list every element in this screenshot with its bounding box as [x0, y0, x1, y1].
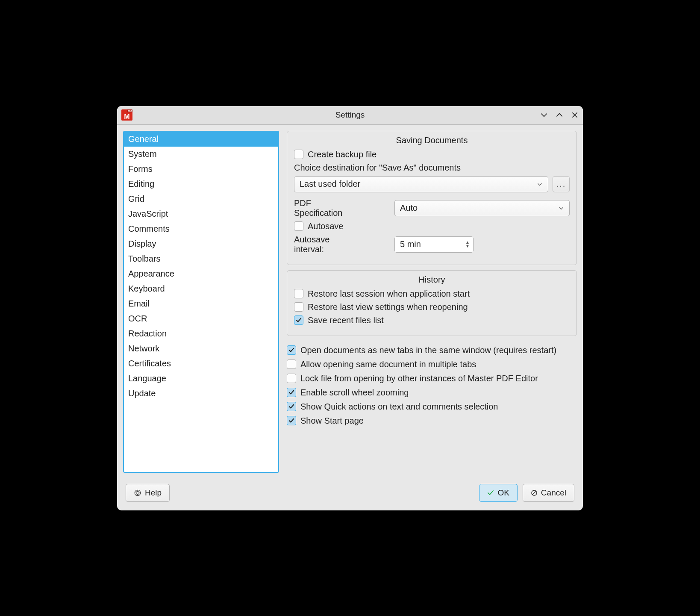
sidebar-item-certificates[interactable]: Certificates	[124, 356, 278, 371]
ok-button[interactable]: OK	[479, 484, 517, 502]
autosave-interval-value: 5 min	[400, 239, 421, 249]
dialog-footer: Help OK Cancel	[117, 479, 583, 510]
save-recent-row: Save recent files list	[294, 315, 570, 325]
save-recent-checkbox[interactable]	[294, 315, 303, 325]
autosave-interval-row: Autosave interval: 5 min ▲ ▼	[294, 235, 570, 254]
create-backup-label: Create backup file	[308, 150, 376, 159]
general-check-label: Show Quick actions on text and comments …	[300, 402, 498, 412]
autosave-label: Autosave	[308, 221, 343, 231]
sidebar-item-editing[interactable]: Editing	[124, 177, 278, 192]
sidebar-item-general[interactable]: General	[124, 132, 278, 147]
general-check-row: Open documents as new tabs in the same w…	[287, 345, 577, 355]
general-check-row: Show Quick actions on text and comments …	[287, 402, 577, 412]
history-group: History Restore last session when applic…	[287, 270, 577, 336]
sidebar-item-javascript[interactable]: JavaScript	[124, 206, 278, 221]
cancel-icon	[531, 489, 538, 496]
sidebar-item-redaction[interactable]: Redaction	[124, 326, 278, 341]
sidebar-item-comments[interactable]: Comments	[124, 221, 278, 236]
create-backup-checkbox[interactable]	[294, 150, 303, 159]
window-title: Settings	[117, 110, 583, 120]
chevron-up-icon	[556, 111, 563, 119]
general-check-checkbox[interactable]	[287, 416, 296, 425]
save-recent-label: Save recent files list	[308, 315, 384, 325]
pdf-spec-row: PDF Specification Auto	[294, 198, 570, 218]
sidebar-item-system[interactable]: System	[124, 147, 278, 162]
sidebar-item-appearance[interactable]: Appearance	[124, 266, 278, 281]
general-check-row: Enable scroll wheel zooming	[287, 388, 577, 398]
saving-documents-group: Saving Documents Create backup file Choi…	[287, 131, 577, 265]
help-button[interactable]: Help	[126, 484, 170, 502]
general-check-label: Enable scroll wheel zooming	[300, 388, 409, 398]
spinner-arrows: ▲ ▼	[465, 241, 470, 248]
sidebar-item-forms[interactable]: Forms	[124, 162, 278, 177]
general-check-checkbox[interactable]	[287, 374, 296, 383]
category-sidebar[interactable]: GeneralSystemFormsEditingGridJavaScriptC…	[123, 131, 279, 473]
sidebar-item-language[interactable]: Language	[124, 371, 278, 386]
general-checks-list: Open documents as new tabs in the same w…	[287, 341, 577, 430]
general-check-row: Show Start page	[287, 416, 577, 426]
general-check-row: Allow opening same document in multiple …	[287, 360, 577, 369]
create-backup-row: Create backup file	[294, 150, 570, 159]
destination-row: Last used folder ...	[294, 176, 570, 192]
general-check-checkbox[interactable]	[287, 388, 296, 397]
restore-view-label: Restore last view settings when reopenin…	[308, 302, 468, 312]
close-icon	[571, 111, 579, 119]
general-check-checkbox[interactable]	[287, 345, 296, 355]
saving-documents-title: Saving Documents	[294, 136, 570, 145]
destination-value: Last used folder	[300, 179, 360, 189]
maximize-button[interactable]	[556, 111, 563, 119]
sidebar-item-display[interactable]: Display	[124, 236, 278, 251]
settings-window: M Settings GeneralSystemFormsEditingGrid…	[117, 106, 583, 510]
window-controls	[540, 111, 579, 119]
ok-label: OK	[497, 488, 509, 498]
general-check-label: Show Start page	[300, 416, 364, 426]
sidebar-item-email[interactable]: Email	[124, 296, 278, 311]
autosave-checkbox[interactable]	[294, 221, 303, 231]
sidebar-item-update[interactable]: Update	[124, 386, 278, 401]
chevron-down-icon	[537, 181, 543, 187]
autosave-row: Autosave	[294, 221, 570, 231]
chevron-down-icon	[540, 111, 548, 119]
general-check-label: Lock file from opening by other instance…	[300, 374, 538, 383]
titlebar: M Settings	[117, 106, 583, 125]
general-check-label: Allow opening same document in multiple …	[300, 360, 476, 369]
autosave-interval-label: Autosave interval:	[294, 235, 360, 254]
destination-caption: Choice destination for "Save As" documen…	[294, 163, 570, 173]
restore-view-row: Restore last view settings when reopenin…	[294, 302, 570, 312]
restore-view-checkbox[interactable]	[294, 302, 303, 312]
restore-session-label: Restore last session when application st…	[308, 289, 470, 299]
sidebar-item-network[interactable]: Network	[124, 341, 278, 356]
general-check-checkbox[interactable]	[287, 402, 296, 411]
general-check-label: Open documents as new tabs in the same w…	[300, 345, 556, 355]
chevron-down-icon	[558, 205, 564, 211]
help-icon	[134, 489, 141, 497]
sidebar-item-keyboard[interactable]: Keyboard	[124, 281, 278, 296]
general-check-checkbox[interactable]	[287, 360, 296, 369]
pdf-spec-select[interactable]: Auto	[394, 200, 570, 216]
sidebar-item-grid[interactable]: Grid	[124, 192, 278, 206]
settings-panel: Saving Documents Create backup file Choi…	[287, 131, 577, 473]
pdf-spec-label: PDF Specification	[294, 198, 360, 218]
restore-session-row: Restore last session when application st…	[294, 289, 570, 299]
close-button[interactable]	[571, 111, 579, 119]
check-icon	[487, 489, 494, 496]
history-title: History	[294, 275, 570, 285]
cancel-button[interactable]: Cancel	[523, 484, 574, 502]
cancel-label: Cancel	[541, 488, 566, 498]
app-icon: M	[121, 109, 132, 121]
spinner-down[interactable]: ▼	[465, 245, 470, 248]
general-check-row: Lock file from opening by other instance…	[287, 374, 577, 383]
destination-browse-button[interactable]: ...	[553, 176, 570, 192]
minimize-button[interactable]	[540, 111, 548, 119]
restore-session-checkbox[interactable]	[294, 289, 303, 298]
sidebar-item-toolbars[interactable]: Toolbars	[124, 251, 278, 266]
destination-select[interactable]: Last used folder	[294, 176, 548, 192]
autosave-interval-spinner[interactable]: 5 min ▲ ▼	[394, 236, 474, 253]
help-label: Help	[145, 488, 162, 498]
svg-point-1	[136, 491, 139, 494]
sidebar-item-ocr[interactable]: OCR	[124, 311, 278, 326]
pdf-spec-value: Auto	[400, 203, 418, 213]
dialog-body: GeneralSystemFormsEditingGridJavaScriptC…	[117, 125, 583, 479]
